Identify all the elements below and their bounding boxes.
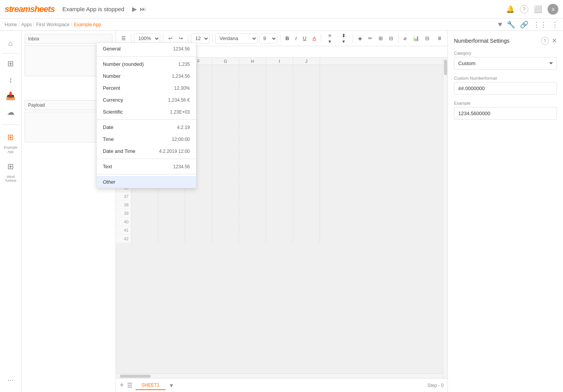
- cell[interactable]: [266, 175, 293, 184]
- scroll-thumb-v[interactable]: [444, 60, 447, 75]
- cell[interactable]: [293, 99, 320, 107]
- cell[interactable]: [185, 209, 212, 218]
- cell[interactable]: [239, 116, 266, 124]
- col-header-i[interactable]: I: [266, 58, 293, 65]
- cell[interactable]: [131, 235, 158, 243]
- cell[interactable]: [158, 235, 185, 243]
- heart-icon[interactable]: ♥: [498, 20, 502, 29]
- cell[interactable]: [266, 218, 293, 226]
- cell[interactable]: [212, 201, 239, 209]
- bell-icon[interactable]: 🔔: [506, 5, 514, 13]
- align-v-button[interactable]: ⬍ ▾: [337, 33, 350, 44]
- cell[interactable]: [293, 90, 320, 99]
- cell[interactable]: [293, 141, 320, 150]
- cell[interactable]: [212, 82, 239, 90]
- cell[interactable]: [158, 209, 185, 218]
- font-select[interactable]: Verdana: [215, 34, 258, 44]
- cell[interactable]: [266, 167, 293, 175]
- merge-button[interactable]: ⊟: [423, 33, 432, 44]
- cell[interactable]: [293, 116, 320, 124]
- cell[interactable]: [158, 226, 185, 235]
- nf-example-input[interactable]: [454, 107, 557, 120]
- cell[interactable]: [293, 65, 320, 74]
- vertical-scrollbar[interactable]: [443, 58, 447, 378]
- cell[interactable]: [266, 82, 293, 90]
- cell[interactable]: [293, 150, 320, 158]
- cell[interactable]: [212, 116, 239, 124]
- share-icon[interactable]: ⋮⋮: [533, 20, 547, 29]
- cell[interactable]: [266, 124, 293, 133]
- cell[interactable]: [239, 201, 266, 209]
- cell[interactable]: [266, 90, 293, 99]
- cell[interactable]: [266, 65, 293, 74]
- nf-help-icon[interactable]: ?: [541, 37, 549, 45]
- cell[interactable]: [266, 116, 293, 124]
- breadcrumb-home[interactable]: Home: [5, 22, 17, 27]
- cell[interactable]: [212, 167, 239, 175]
- cell[interactable]: [212, 218, 239, 226]
- cell[interactable]: [239, 124, 266, 133]
- cell[interactable]: [212, 226, 239, 235]
- cell[interactable]: [212, 192, 239, 201]
- breadcrumb-apps[interactable]: Apps: [21, 22, 32, 27]
- cell[interactable]: [266, 209, 293, 218]
- cell[interactable]: [185, 235, 212, 243]
- cell[interactable]: [212, 235, 239, 243]
- cell[interactable]: [293, 184, 320, 192]
- cell[interactable]: [212, 90, 239, 99]
- cell[interactable]: [293, 201, 320, 209]
- cell[interactable]: [266, 99, 293, 107]
- cell[interactable]: [293, 133, 320, 141]
- cell[interactable]: [239, 82, 266, 90]
- fmt-other[interactable]: Other: [97, 176, 196, 188]
- cell[interactable]: [212, 65, 239, 74]
- fmt-number-rounded[interactable]: Number (rounded) 1,235: [97, 58, 196, 70]
- cell[interactable]: [266, 141, 293, 150]
- avatar[interactable]: a: [548, 4, 558, 15]
- cell[interactable]: [293, 209, 320, 218]
- sidebar-item-streams[interactable]: ⊞: [3, 56, 18, 71]
- horizontal-scrollbar[interactable]: [116, 374, 443, 378]
- cell[interactable]: [239, 218, 266, 226]
- cell[interactable]: [266, 226, 293, 235]
- cell[interactable]: [293, 218, 320, 226]
- cell[interactable]: [212, 74, 239, 82]
- screen-icon[interactable]: ⬜: [534, 5, 542, 13]
- cell[interactable]: [239, 141, 266, 150]
- chart-config-button[interactable]: ⊟: [387, 33, 395, 44]
- cell[interactable]: [266, 150, 293, 158]
- cell[interactable]: [293, 167, 320, 175]
- cell[interactable]: [239, 158, 266, 167]
- link-icon[interactable]: 🔗: [520, 20, 528, 29]
- fmt-text[interactable]: Text 1234.56: [97, 161, 196, 173]
- cell[interactable]: [212, 184, 239, 192]
- cell[interactable]: [131, 218, 158, 226]
- formula-input[interactable]: [159, 49, 444, 55]
- cell[interactable]: [266, 201, 293, 209]
- fmt-general[interactable]: General 1234.56: [97, 43, 196, 55]
- pen-button[interactable]: ✏: [366, 33, 375, 44]
- col-header-j[interactable]: J: [293, 58, 320, 65]
- nf-custom-input[interactable]: [454, 82, 557, 95]
- cell[interactable]: [239, 175, 266, 184]
- sidebar-item-cloud[interactable]: ☁: [3, 104, 18, 120]
- cell[interactable]: [293, 158, 320, 167]
- cell[interactable]: [266, 192, 293, 201]
- sidebar-item-admin[interactable]: ↕: [3, 72, 18, 87]
- cell[interactable]: [212, 158, 239, 167]
- cell[interactable]: [239, 107, 266, 116]
- cell[interactable]: [158, 192, 185, 201]
- font-size-select[interactable]: 9: [259, 34, 278, 44]
- pause-button[interactable]: ⏸: [435, 33, 444, 44]
- help-icon[interactable]: ?: [520, 5, 528, 13]
- underline-button[interactable]: U: [300, 33, 308, 44]
- zoom-select[interactable]: 100%: [134, 34, 160, 44]
- cell[interactable]: [158, 218, 185, 226]
- sidebar-item-example-app[interactable]: ⊞: [3, 129, 18, 145]
- fill-button[interactable]: ◈: [356, 33, 364, 44]
- cell[interactable]: [239, 184, 266, 192]
- cell[interactable]: [293, 175, 320, 184]
- cell[interactable]: [185, 218, 212, 226]
- cell[interactable]: [239, 99, 266, 107]
- cell[interactable]: [239, 235, 266, 243]
